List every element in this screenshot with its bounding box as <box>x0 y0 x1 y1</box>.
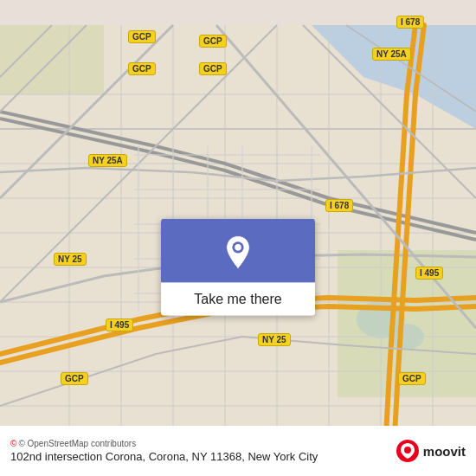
take-me-there-label: Take me there <box>161 283 315 316</box>
svg-point-36 <box>404 447 411 453</box>
road-badge-I-495-right: I 495 <box>415 267 443 280</box>
moovit-text: moovit <box>423 444 466 459</box>
moovit-icon <box>396 439 420 463</box>
bottom-bar-info: © © OpenStreetMap contributors 102nd int… <box>10 439 318 463</box>
road-badge-NY-25-left: NY 25 <box>54 253 87 266</box>
road-badge-NY-25A-mid: NY 25A <box>88 154 127 167</box>
copyright-symbol: © <box>10 439 16 448</box>
map-container: I 678NY 25AGCPGCPGCPGCPNY 25ANY 25I 495I… <box>0 0 476 476</box>
road-badge-I-495-bottom: I 495 <box>106 318 133 331</box>
road-badge-GCP-bottom-right: GCP <box>398 372 426 385</box>
road-badge-I-678-mid: I 678 <box>325 199 353 212</box>
road-badge-GCP-bottom: GCP <box>61 372 88 385</box>
map-pin-icon <box>222 235 254 271</box>
moovit-logo: moovit <box>396 439 466 463</box>
osm-credit-text: © OpenStreetMap contributors <box>18 439 136 448</box>
bottom-bar: © © OpenStreetMap contributors 102nd int… <box>0 426 476 476</box>
osm-credit: © © OpenStreetMap contributors <box>10 439 318 448</box>
road-badge-NY-25-bottom: NY 25 <box>258 333 291 346</box>
road-badge-GCP-1: GCP <box>128 62 156 75</box>
button-icon-area <box>161 219 315 283</box>
road-badge-GCP-3: GCP <box>199 35 227 48</box>
road-badge-I-678-top: I 678 <box>396 16 424 29</box>
road-badge-GCP-2: GCP <box>199 62 227 75</box>
road-badge-NY-25A-top: NY 25A <box>372 48 411 61</box>
svg-point-34 <box>235 244 241 251</box>
road-badge-GCP-4: GCP <box>128 30 156 43</box>
take-me-there-button[interactable]: Take me there <box>161 219 315 316</box>
address-text: 102nd intersection Corona, Corona, NY 11… <box>10 450 318 463</box>
